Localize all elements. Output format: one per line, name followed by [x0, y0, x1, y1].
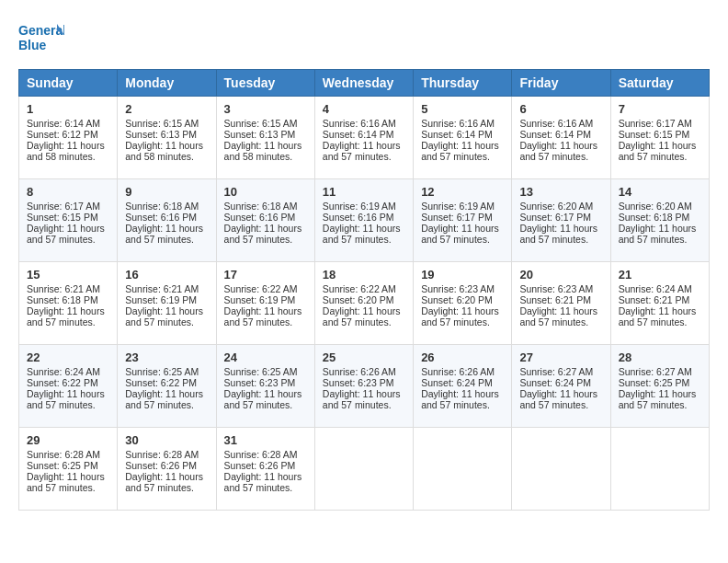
day-info: and 57 minutes. — [619, 234, 701, 245]
weekday-header-monday: Monday — [118, 70, 216, 97]
day-info: Daylight: 11 hours — [323, 140, 405, 151]
day-info: Daylight: 11 hours — [519, 140, 602, 151]
calendar-week-1: 1Sunrise: 6:14 AMSunset: 6:12 PMDaylight… — [19, 97, 710, 179]
day-info: Daylight: 11 hours — [27, 471, 109, 482]
day-info: Sunset: 6:13 PM — [224, 129, 307, 140]
day-info: and 58 minutes. — [125, 151, 208, 162]
day-info: and 57 minutes. — [421, 234, 504, 245]
day-info: Sunrise: 6:25 AM — [125, 366, 208, 377]
day-info: and 57 minutes. — [519, 234, 602, 245]
day-info: and 57 minutes. — [125, 482, 208, 493]
day-number: 8 — [27, 185, 109, 199]
day-info: and 57 minutes. — [421, 399, 504, 410]
day-info: Daylight: 11 hours — [125, 140, 208, 151]
day-number: 7 — [619, 102, 701, 116]
day-info: Daylight: 11 hours — [619, 223, 701, 234]
day-info: Daylight: 11 hours — [323, 388, 405, 399]
day-info: and 57 minutes. — [27, 482, 109, 493]
day-number: 28 — [619, 350, 701, 364]
day-info: Daylight: 11 hours — [27, 388, 109, 399]
day-number: 1 — [27, 102, 109, 116]
calendar-cell: 5Sunrise: 6:16 AMSunset: 6:14 PMDaylight… — [414, 97, 512, 179]
weekday-header-wednesday: Wednesday — [314, 70, 413, 97]
day-info: Sunrise: 6:16 AM — [421, 118, 504, 129]
day-info: Sunset: 6:21 PM — [619, 294, 701, 305]
calendar-cell: 7Sunrise: 6:17 AMSunset: 6:15 PMDaylight… — [610, 97, 709, 179]
day-number: 21 — [619, 268, 701, 282]
day-number: 16 — [125, 268, 208, 282]
calendar-cell — [610, 428, 709, 511]
day-info: Sunrise: 6:23 AM — [421, 283, 504, 294]
day-info: Daylight: 11 hours — [125, 471, 208, 482]
weekday-header-saturday: Saturday — [610, 70, 709, 97]
day-info: Sunset: 6:19 PM — [224, 294, 307, 305]
svg-text:Blue: Blue — [18, 38, 47, 52]
calendar-cell: 9Sunrise: 6:18 AMSunset: 6:16 PMDaylight… — [118, 179, 216, 262]
day-number: 2 — [125, 102, 208, 116]
day-info: and 57 minutes. — [519, 399, 602, 410]
calendar-cell: 1Sunrise: 6:14 AMSunset: 6:12 PMDaylight… — [19, 97, 118, 179]
day-number: 30 — [125, 433, 208, 447]
day-info: Sunset: 6:23 PM — [323, 377, 405, 388]
logo: General Blue — [18, 18, 64, 60]
day-info: and 57 minutes. — [125, 234, 208, 245]
calendar-header-row: SundayMondayTuesdayWednesdayThursdayFrid… — [19, 70, 710, 97]
day-info: Sunset: 6:20 PM — [323, 294, 405, 305]
day-info: Daylight: 11 hours — [519, 223, 602, 234]
day-info: Daylight: 11 hours — [519, 388, 602, 399]
day-info: Sunset: 6:24 PM — [421, 377, 504, 388]
calendar-cell: 11Sunrise: 6:19 AMSunset: 6:16 PMDayligh… — [314, 179, 413, 262]
day-info: Daylight: 11 hours — [519, 305, 602, 316]
day-info: Sunrise: 6:19 AM — [421, 201, 504, 212]
day-number: 11 — [323, 185, 405, 199]
day-info: Daylight: 11 hours — [421, 305, 504, 316]
day-info: Sunrise: 6:17 AM — [619, 118, 701, 129]
day-info: and 57 minutes. — [27, 316, 109, 327]
day-info: Sunset: 6:21 PM — [519, 294, 602, 305]
day-info: Sunset: 6:18 PM — [27, 294, 109, 305]
day-info: Sunset: 6:22 PM — [27, 377, 109, 388]
day-info: and 57 minutes. — [421, 151, 504, 162]
day-number: 25 — [323, 350, 405, 364]
day-number: 5 — [421, 102, 504, 116]
day-info: Sunrise: 6:16 AM — [323, 118, 405, 129]
day-info: Daylight: 11 hours — [224, 305, 307, 316]
calendar-cell: 8Sunrise: 6:17 AMSunset: 6:15 PMDaylight… — [19, 179, 118, 262]
calendar-week-3: 15Sunrise: 6:21 AMSunset: 6:18 PMDayligh… — [19, 262, 710, 345]
day-info: Sunset: 6:18 PM — [619, 212, 701, 223]
day-number: 10 — [224, 185, 307, 199]
calendar-cell: 6Sunrise: 6:16 AMSunset: 6:14 PMDaylight… — [512, 97, 610, 179]
day-info: Daylight: 11 hours — [125, 223, 208, 234]
day-info: and 57 minutes. — [27, 399, 109, 410]
day-info: Sunrise: 6:22 AM — [323, 283, 405, 294]
calendar-cell: 3Sunrise: 6:15 AMSunset: 6:13 PMDaylight… — [216, 97, 314, 179]
day-info: Sunset: 6:19 PM — [125, 294, 208, 305]
day-info: Daylight: 11 hours — [421, 388, 504, 399]
calendar-cell: 21Sunrise: 6:24 AMSunset: 6:21 PMDayligh… — [610, 262, 709, 345]
day-info: Sunset: 6:14 PM — [519, 129, 602, 140]
calendar-week-2: 8Sunrise: 6:17 AMSunset: 6:15 PMDaylight… — [19, 179, 710, 262]
calendar-cell: 19Sunrise: 6:23 AMSunset: 6:20 PMDayligh… — [414, 262, 512, 345]
day-info: Daylight: 11 hours — [125, 305, 208, 316]
calendar-cell: 14Sunrise: 6:20 AMSunset: 6:18 PMDayligh… — [610, 179, 709, 262]
day-number: 19 — [421, 268, 504, 282]
day-number: 12 — [421, 185, 504, 199]
day-number: 15 — [27, 268, 109, 282]
day-info: Sunset: 6:12 PM — [27, 129, 109, 140]
day-info: Daylight: 11 hours — [27, 140, 109, 151]
day-info: Daylight: 11 hours — [421, 140, 504, 151]
calendar-cell — [314, 428, 413, 511]
calendar-cell: 28Sunrise: 6:27 AMSunset: 6:25 PMDayligh… — [610, 345, 709, 428]
calendar-cell: 18Sunrise: 6:22 AMSunset: 6:20 PMDayligh… — [314, 262, 413, 345]
day-info: Daylight: 11 hours — [125, 388, 208, 399]
day-info: and 57 minutes. — [224, 482, 307, 493]
day-info: and 57 minutes. — [519, 316, 602, 327]
day-info: Sunrise: 6:23 AM — [519, 283, 602, 294]
day-info: Sunrise: 6:25 AM — [224, 366, 307, 377]
day-info: Sunset: 6:15 PM — [27, 212, 109, 223]
day-number: 20 — [519, 268, 602, 282]
day-info: and 57 minutes. — [224, 399, 307, 410]
calendar-cell: 2Sunrise: 6:15 AMSunset: 6:13 PMDaylight… — [118, 97, 216, 179]
calendar-cell: 22Sunrise: 6:24 AMSunset: 6:22 PMDayligh… — [19, 345, 118, 428]
day-info: Sunset: 6:16 PM — [125, 212, 208, 223]
